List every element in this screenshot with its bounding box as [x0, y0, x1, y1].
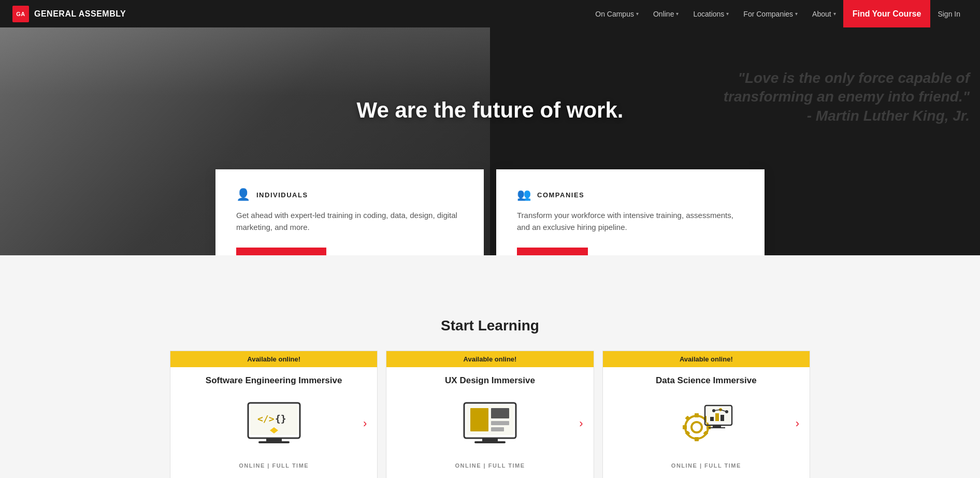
- svg-text:{}: {}: [275, 413, 286, 424]
- course-card-ux: Available online! UX Design Immersive ›: [386, 351, 594, 478]
- course-name-ux: UX Design Immersive: [435, 367, 545, 390]
- svg-point-16: [691, 422, 702, 432]
- nav-links: On Campus ▾ Online ▾ Locations ▾ For Com…: [588, 0, 968, 27]
- course-card-sei: Available online! Software Engineering I…: [170, 351, 378, 478]
- svg-rect-27: [713, 425, 721, 427]
- svg-rect-18: [695, 437, 699, 441]
- nav-find-course-button[interactable]: Find Your Course: [843, 0, 931, 27]
- nav-online[interactable]: Online ▾: [646, 0, 686, 27]
- companies-card: 👥 COMPANIES Transform your workforce wit…: [496, 169, 765, 255]
- individuals-description: Get ahead with expert-led training in co…: [236, 210, 463, 233]
- chevron-down-icon: ▾: [833, 11, 836, 17]
- svg-rect-29: [710, 417, 714, 421]
- svg-rect-3: [258, 441, 290, 443]
- course-badge-ds: Available online!: [603, 351, 810, 367]
- course-icon-area-sei: </> {} ›: [170, 390, 377, 457]
- nav-about[interactable]: About ▾: [805, 0, 843, 27]
- svg-rect-21: [685, 416, 690, 421]
- person-icon: 👤: [236, 188, 250, 201]
- svg-text:</>: </>: [257, 413, 275, 424]
- nav-sign-in[interactable]: Sign In: [930, 0, 968, 27]
- companies-icon: 👥: [517, 188, 531, 201]
- code-icon: </> {}: [243, 400, 305, 447]
- svg-rect-17: [695, 413, 699, 417]
- svg-rect-19: [683, 425, 687, 429]
- hero-section: We are the future of work. 👤 INDIVIDUALS…: [0, 27, 980, 255]
- individuals-card: 👤 INDIVIDUALS Get ahead with expert-led …: [215, 169, 484, 255]
- svg-rect-31: [720, 415, 724, 421]
- nav-on-campus[interactable]: On Campus ▾: [588, 0, 646, 27]
- browse-courses-button[interactable]: Browse Courses: [236, 248, 326, 255]
- hero-headline: We are the future of work.: [357, 98, 624, 123]
- nav-for-companies[interactable]: For Companies ▾: [736, 0, 805, 27]
- companies-title: COMPANIES: [537, 191, 584, 199]
- card-header-individuals: 👤 INDIVIDUALS: [236, 188, 463, 201]
- data-icon: [675, 400, 737, 447]
- nav-locations[interactable]: Locations ▾: [686, 0, 736, 27]
- companies-description: Transform your workforce with intensive …: [517, 210, 744, 233]
- chevron-right-icon[interactable]: ›: [363, 417, 367, 430]
- course-type-ux: ONLINE | FULL TIME: [455, 457, 525, 478]
- svg-rect-9: [482, 438, 498, 441]
- get-started-button[interactable]: Get Started: [517, 248, 588, 255]
- logo[interactable]: GA GENERAL ASSEMBLY: [12, 6, 126, 22]
- start-learning-title: Start Learning: [0, 317, 980, 334]
- course-icon-area-ds: ›: [603, 390, 810, 457]
- course-type-sei: ONLINE | FULL TIME: [239, 457, 309, 478]
- course-badge-sei: Available online!: [170, 351, 377, 367]
- logo-icon: GA: [12, 6, 29, 22]
- card-header-companies: 👥 COMPANIES: [517, 188, 744, 201]
- chevron-right-icon[interactable]: ›: [579, 417, 583, 430]
- svg-rect-10: [474, 441, 506, 443]
- chevron-down-icon: ▾: [676, 11, 679, 17]
- individuals-title: INDIVIDUALS: [256, 191, 308, 199]
- chevron-right-icon[interactable]: ›: [796, 417, 799, 430]
- chevron-down-icon: ▾: [795, 11, 798, 17]
- course-badge-ux: Available online!: [386, 351, 593, 367]
- ux-icon: [459, 400, 521, 447]
- course-card-ds: Available online! Data Science Immersive: [602, 351, 810, 478]
- main-nav: GA GENERAL ASSEMBLY On Campus ▾ Online ▾…: [0, 0, 980, 27]
- svg-rect-14: [491, 427, 504, 431]
- course-name-ds: Data Science Immersive: [645, 367, 767, 390]
- svg-rect-30: [715, 413, 719, 421]
- start-learning-section: Start Learning Available online! Softwar…: [0, 255, 980, 478]
- course-icon-area-ux: ›: [386, 390, 593, 457]
- svg-rect-28: [709, 427, 725, 428]
- course-type-ds: ONLINE | FULL TIME: [671, 457, 741, 478]
- svg-rect-13: [491, 421, 509, 425]
- logo-name: GENERAL ASSEMBLY: [34, 9, 126, 19]
- hero-cards: 👤 INDIVIDUALS Get ahead with expert-led …: [215, 169, 765, 255]
- svg-rect-11: [470, 408, 488, 431]
- course-grid: Available online! Software Engineering I…: [153, 351, 827, 478]
- chevron-down-icon: ▾: [636, 11, 639, 17]
- chevron-down-icon: ▾: [726, 11, 729, 17]
- course-name-sei: Software Engineering Immersive: [195, 367, 353, 390]
- svg-rect-12: [491, 408, 509, 418]
- svg-rect-2: [266, 438, 282, 441]
